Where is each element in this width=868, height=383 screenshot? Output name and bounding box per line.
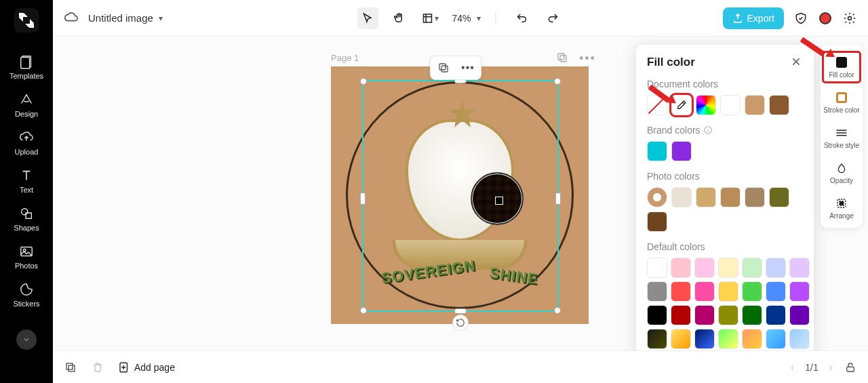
sidebar-more-button[interactable] (16, 329, 37, 350)
gradient-swatch[interactable] (647, 329, 667, 349)
rotate-handle[interactable] (452, 315, 469, 331)
resize-handle-bl[interactable] (360, 307, 367, 314)
color-swatch[interactable] (745, 187, 765, 207)
lock-icon[interactable] (844, 361, 857, 374)
color-swatch[interactable] (671, 187, 692, 207)
rail-item-arrange[interactable]: Arrange (823, 193, 861, 224)
design-icon (19, 92, 34, 107)
page-more-icon[interactable]: ••• (579, 52, 596, 66)
next-page-button[interactable]: › (829, 361, 833, 374)
pages-icon[interactable] (64, 361, 77, 374)
select-tool-button[interactable] (357, 7, 378, 29)
gradient-swatch[interactable] (718, 329, 738, 349)
color-swatch[interactable] (718, 305, 738, 325)
resize-handle-ml[interactable] (360, 193, 366, 205)
gradient-swatch[interactable] (789, 329, 810, 349)
color-swatch[interactable] (718, 258, 738, 278)
sidebar-item-shapes[interactable]: Shapes (0, 199, 53, 237)
color-swatch[interactable] (694, 281, 715, 302)
sidebar-item-label: Stickers (13, 300, 39, 308)
cloud-sync-icon[interactable] (64, 11, 79, 26)
color-swatch[interactable] (696, 187, 716, 207)
color-swatch[interactable] (766, 281, 786, 302)
record-icon[interactable] (818, 11, 833, 26)
shield-icon[interactable] (793, 11, 808, 26)
svg-rect-3 (21, 58, 30, 69)
resize-handle-mb[interactable] (454, 308, 467, 314)
photo-thumb-swatch[interactable] (647, 187, 667, 207)
color-swatch[interactable] (718, 281, 738, 302)
document-title[interactable]: Untitled image (88, 12, 153, 24)
color-swatch[interactable] (769, 95, 789, 115)
undo-button[interactable] (511, 7, 533, 29)
color-swatch[interactable] (671, 141, 692, 161)
add-page-button[interactable]: Add page (118, 361, 175, 374)
sidebar-item-label: Upload (15, 148, 39, 156)
color-swatch[interactable] (647, 211, 667, 232)
hand-tool-button[interactable] (388, 7, 410, 29)
color-swatch[interactable] (766, 305, 786, 325)
fill-color-icon (835, 56, 848, 69)
info-icon[interactable] (703, 125, 713, 135)
color-swatch[interactable] (671, 281, 691, 302)
top-bar: Untitled image ▾ ▾ 74%▾ Export (53, 0, 868, 37)
color-swatch[interactable] (742, 281, 762, 302)
color-swatch[interactable] (789, 258, 810, 278)
export-button[interactable]: Export (723, 7, 784, 29)
page-counter: 1/1 (805, 362, 818, 373)
gradient-swatch[interactable] (742, 329, 762, 349)
color-swatch[interactable] (769, 187, 789, 207)
gradient-swatch[interactable] (671, 329, 691, 349)
sidebar-item-templates[interactable]: Templates (0, 47, 53, 85)
color-swatch[interactable] (694, 258, 715, 278)
prev-page-button[interactable]: ‹ (791, 361, 794, 374)
color-swatch[interactable] (647, 281, 667, 302)
selection-box[interactable] (362, 80, 559, 312)
crop-tool-button[interactable]: ▾ (419, 7, 441, 29)
resize-handle-br[interactable] (554, 307, 561, 314)
rail-item-stroke-color[interactable]: Stroke color (823, 87, 861, 118)
chevron-down-icon[interactable]: ▾ (159, 14, 163, 23)
color-swatch[interactable] (647, 305, 667, 325)
sidebar-item-photos[interactable]: Photos (0, 237, 53, 275)
app-logo[interactable] (14, 8, 39, 33)
trash-icon[interactable] (91, 361, 104, 374)
color-swatch[interactable] (647, 141, 667, 161)
sidebar-item-label: Design (15, 110, 38, 118)
brand-colors-row (647, 141, 803, 161)
copy-icon[interactable] (436, 60, 451, 75)
zoom-control[interactable]: 74%▾ (452, 13, 480, 24)
resize-handle-tl[interactable] (360, 78, 367, 85)
color-swatch[interactable] (647, 258, 667, 278)
sidebar-item-upload[interactable]: Upload (0, 123, 53, 161)
rail-item-opacity[interactable]: Opacity (823, 157, 861, 188)
more-icon[interactable]: ••• (460, 60, 475, 75)
sidebar-item-stickers[interactable]: Stickers (0, 275, 53, 313)
color-swatch[interactable] (671, 305, 691, 325)
gradient-swatch[interactable] (766, 329, 786, 349)
gradient-swatch[interactable] (694, 329, 715, 349)
duplicate-page-icon[interactable] (556, 52, 568, 66)
color-swatch[interactable] (745, 95, 765, 115)
resize-handle-mr[interactable] (555, 193, 561, 205)
shapes-icon (19, 206, 34, 221)
color-swatch[interactable] (766, 258, 786, 278)
color-swatch[interactable] (720, 187, 741, 207)
sidebar-item-text[interactable]: Text (0, 161, 53, 199)
sidebar-item-design[interactable]: Design (0, 85, 53, 123)
color-swatch[interactable] (789, 305, 810, 325)
color-swatch[interactable] (694, 305, 715, 325)
color-swatch[interactable] (742, 258, 762, 278)
sidebar-item-label: Text (20, 186, 33, 194)
color-picker-swatch[interactable] (696, 95, 716, 115)
redo-button[interactable] (542, 7, 564, 29)
color-swatch[interactable] (789, 281, 810, 302)
svg-rect-20 (847, 367, 854, 371)
color-swatch[interactable] (742, 305, 762, 325)
settings-icon[interactable] (842, 11, 857, 26)
color-swatch[interactable] (720, 95, 741, 115)
rail-item-stroke-style[interactable]: Stroke style (823, 122, 861, 153)
resize-handle-tr[interactable] (554, 78, 561, 85)
annotation-arrow (650, 84, 677, 111)
color-swatch[interactable] (671, 258, 691, 278)
